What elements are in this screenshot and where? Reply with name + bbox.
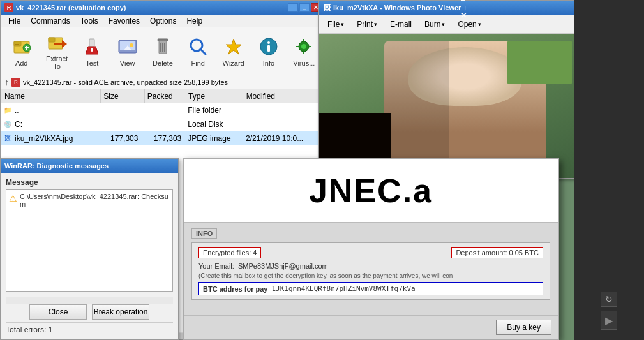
diag-content: Message ⚠ C:\Users\nm\Desktop\vk_4221345… bbox=[1, 173, 178, 339]
jpg-icon: 🖼 bbox=[3, 134, 12, 143]
extract-icon bbox=[45, 32, 68, 54]
path-bar: ↑ R vk_4221345.rar - solid ACE archive, … bbox=[1, 75, 325, 89]
svg-rect-1 bbox=[14, 41, 21, 46]
svg-rect-29 bbox=[267, 45, 270, 52]
svg-rect-5 bbox=[26, 46, 27, 50]
table-row[interactable]: 💿 C: Local Disk bbox=[1, 117, 325, 131]
warning-icon: ⚠ bbox=[9, 193, 17, 203]
winrar-toolbar: Add Extract To T bbox=[1, 27, 325, 75]
table-row[interactable]: 📁 .. File folder bbox=[1, 103, 325, 117]
chevron-down-icon: ▾ bbox=[374, 21, 377, 27]
chevron-down-icon: ▾ bbox=[442, 21, 445, 27]
folder-icon: 📁 bbox=[3, 106, 12, 115]
total-errors: Total errors: 1 bbox=[6, 322, 173, 334]
find-icon bbox=[186, 35, 209, 58]
toolbar-wizard-button[interactable]: Wizard bbox=[216, 30, 250, 72]
col-header-type[interactable]: Type bbox=[188, 89, 246, 103]
jnec-btc-label: BTC addres for pay bbox=[203, 285, 267, 293]
diag-title: WinRAR: Diagnostic messages bbox=[4, 162, 109, 170]
file-packed-cell: 177,303 bbox=[144, 134, 188, 143]
photo-menu-burn[interactable]: Burn ▾ bbox=[419, 17, 451, 31]
photo-menu-open[interactable]: Open ▾ bbox=[452, 17, 486, 31]
svg-point-28 bbox=[267, 41, 270, 44]
diag-message-area[interactable]: ⚠ C:\Users\nm\Desktop\vk_4221345.rar: Ch… bbox=[6, 189, 173, 292]
toolbar-view-button[interactable]: View bbox=[110, 30, 144, 72]
toolbar-delete-button[interactable]: Delete bbox=[146, 30, 179, 72]
jnec-info-label: INFO bbox=[191, 228, 217, 239]
chevron-down-icon: ▾ bbox=[478, 21, 481, 27]
toolbar-extract-button[interactable]: Extract To bbox=[40, 30, 73, 72]
jnec-info-section: Encrypted files: 4 Deposit amount: 0.05 … bbox=[191, 242, 550, 300]
diag-message-text: C:\Users\nm\Desktop\vk_4221345.rar: Chec… bbox=[20, 193, 170, 208]
extract-label: Extract To bbox=[41, 55, 71, 70]
break-operation-button[interactable]: Break operation bbox=[92, 304, 149, 320]
jnec-body: INFO Encrypted files: 4 Deposit amount: … bbox=[184, 223, 558, 315]
wizard-icon bbox=[222, 35, 245, 58]
jnec-title: JNEC.a bbox=[309, 172, 433, 210]
svg-point-35 bbox=[301, 44, 306, 49]
photo-next-button[interactable]: ▶ bbox=[601, 311, 617, 330]
menu-commands[interactable]: Commands bbox=[26, 15, 75, 27]
delete-label: Delete bbox=[153, 59, 173, 67]
photo-title-icon: 🖼 bbox=[323, 3, 331, 12]
menu-file[interactable]: File bbox=[3, 15, 26, 27]
toolbar-add-button[interactable]: Add bbox=[4, 30, 38, 72]
svg-rect-7 bbox=[49, 38, 55, 42]
minimize-button[interactable]: – bbox=[288, 3, 298, 12]
file-name-cell: 📁 .. bbox=[1, 106, 101, 115]
jnec-note: (Create this mailbox to get the decrypti… bbox=[198, 272, 543, 279]
menu-options[interactable]: Options bbox=[145, 15, 181, 27]
path-text: vk_4221345.rar - solid ACE archive, unpa… bbox=[23, 78, 228, 86]
file-modified-cell: 2/21/2019 10:0... bbox=[246, 134, 325, 143]
delete-icon bbox=[151, 35, 174, 58]
toolbar-info-button[interactable]: Info bbox=[251, 30, 285, 72]
col-header-name[interactable]: Name bbox=[1, 89, 101, 103]
diag-message-label: Message bbox=[6, 178, 173, 187]
toolbar-test-button[interactable]: Test bbox=[75, 30, 109, 72]
find-label: Find bbox=[191, 59, 205, 67]
add-label: Add bbox=[15, 59, 28, 67]
file-name-cell: 🖼 iku_m2VtkXA.jpg bbox=[1, 134, 101, 143]
add-icon bbox=[10, 35, 33, 58]
svg-rect-16 bbox=[120, 52, 135, 52]
svg-rect-2 bbox=[15, 44, 19, 45]
svg-marker-26 bbox=[226, 39, 241, 54]
view-icon bbox=[116, 35, 139, 58]
photo-title: iku_m2VtkXA - Windows Photo Viewer bbox=[333, 4, 461, 11]
jnec-email-label: Your Email: bbox=[198, 262, 236, 270]
jnec-deposit-amount: Deposit amount: 0.05 BTC bbox=[451, 247, 543, 258]
winrar-title: vk_4221345.rar (evaluation copy) bbox=[16, 4, 126, 11]
diag-buttons: Close Break operation bbox=[6, 304, 173, 320]
diag-horizontal-scroll[interactable] bbox=[6, 297, 173, 304]
svg-rect-10 bbox=[89, 39, 94, 47]
table-row[interactable]: 🖼 iku_m2VtkXA.jpg 177,303 177,303 JPEG i… bbox=[1, 131, 325, 145]
jnec-encrypted-count: Encrypted files: 4 bbox=[198, 247, 261, 258]
photo-menu-file[interactable]: File ▾ bbox=[322, 17, 350, 31]
chevron-down-icon: ▾ bbox=[341, 21, 344, 27]
archive-icon: R bbox=[11, 78, 20, 87]
photo-menu-email[interactable]: E-mail bbox=[384, 17, 417, 31]
test-icon bbox=[80, 35, 103, 58]
column-headers: Name Size Packed Type Modified bbox=[1, 89, 325, 103]
buy-key-button[interactable]: Buy a key bbox=[496, 320, 551, 335]
file-type-cell: File folder bbox=[188, 106, 246, 115]
col-header-size[interactable]: Size bbox=[101, 89, 144, 103]
photo-refresh-button[interactable]: ↻ bbox=[601, 292, 617, 307]
menu-help[interactable]: Help bbox=[181, 15, 207, 27]
maximize-button[interactable]: □ bbox=[299, 3, 310, 12]
up-arrow-icon[interactable]: ↑ bbox=[4, 77, 9, 87]
col-header-packed[interactable]: Packed bbox=[145, 89, 188, 103]
close-button[interactable]: Close bbox=[29, 304, 87, 320]
photo-menu-print[interactable]: Print ▾ bbox=[351, 17, 383, 31]
winrar-menu-bar: File Commands Tools Favorites Options He… bbox=[1, 15, 325, 27]
toolbar-find-button[interactable]: Find bbox=[181, 30, 215, 72]
toolbar-virus-button[interactable]: Virus... bbox=[287, 30, 321, 72]
svg-point-18 bbox=[130, 43, 133, 47]
photo-right-nav: ↻ ▶ bbox=[574, 0, 644, 340]
jnec-footer: Buy a key bbox=[184, 315, 558, 339]
menu-tools[interactable]: Tools bbox=[75, 15, 103, 27]
menu-favorites[interactable]: Favorites bbox=[103, 15, 145, 27]
photo-maximize-button[interactable]: □ bbox=[461, 4, 467, 11]
svg-line-25 bbox=[200, 49, 206, 54]
col-header-modified[interactable]: Modified bbox=[246, 89, 325, 103]
